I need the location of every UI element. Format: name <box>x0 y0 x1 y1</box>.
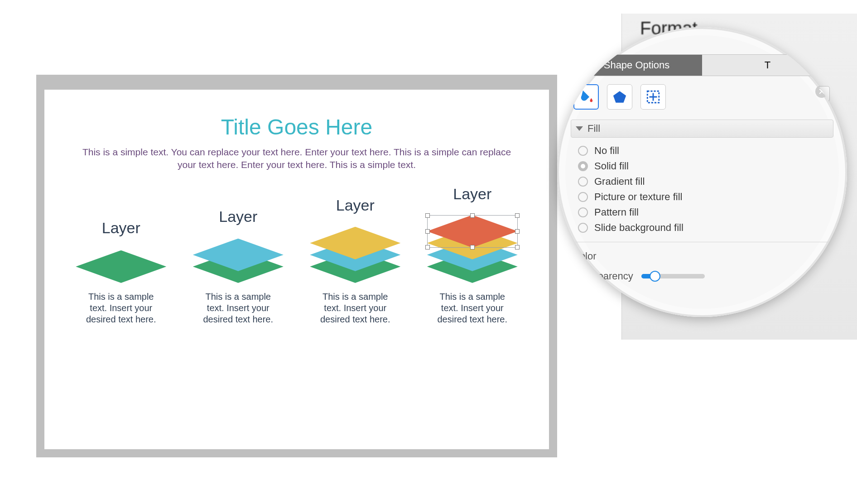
layer-label[interactable]: Layer <box>453 185 491 203</box>
transparency-label: Transparency <box>573 270 633 282</box>
layer-column-3: Layer This is a sample text. Insert your… <box>301 197 409 325</box>
tab-shape-options[interactable]: Shape Options <box>571 55 702 76</box>
slider-knob[interactable] <box>650 271 660 282</box>
slide-subtitle[interactable]: This is a simple text. You can replace y… <box>75 146 519 172</box>
color-label[interactable]: Color <box>573 250 832 262</box>
fill-line-icon[interactable] <box>573 84 599 110</box>
fill-options: No fill Solid fill Gradient fill Picture… <box>571 145 833 234</box>
effects-icon[interactable] <box>607 84 632 110</box>
radio-pattern-fill[interactable]: Pattern fill <box>578 206 833 218</box>
layer-caption[interactable]: This is a sample text. Insert your desir… <box>82 291 159 325</box>
diamond-shape[interactable] <box>76 250 166 283</box>
layers-row: Layer This is a sample text. Insert your… <box>63 185 531 325</box>
size-properties-icon[interactable] <box>640 84 666 110</box>
transparency-slider[interactable] <box>641 274 705 278</box>
fill-section-label: Fill <box>587 123 600 134</box>
transparency-row: Transparency <box>573 270 832 282</box>
layer-label[interactable]: Layer <box>102 219 140 237</box>
radio-picture-fill[interactable]: Picture or texture fill <box>578 191 833 203</box>
layer-column-2: Layer This is a sample text. Insert your… <box>184 208 293 325</box>
radio-solid-fill[interactable]: Solid fill <box>578 160 833 172</box>
radio-slide-bg-fill[interactable]: Slide background fill <box>578 222 833 234</box>
layer-label[interactable]: Layer <box>219 208 257 226</box>
layer-caption[interactable]: This is a sample text. Insert your desir… <box>434 291 511 325</box>
layer-caption[interactable]: This is a sample text. Insert your desir… <box>317 291 394 325</box>
layer-column-1: Layer This is a sample text. Insert your… <box>67 219 175 325</box>
layer-column-4: Layer <box>418 185 527 325</box>
radio-no-fill[interactable]: No fill <box>578 145 833 157</box>
radio-gradient-fill[interactable]: Gradient fill <box>578 176 833 187</box>
magnifier-lens: Shape Options T ✕ Fill No fill Solid f <box>557 27 847 317</box>
layer-label[interactable]: Layer <box>336 197 375 214</box>
fill-section-header[interactable]: Fill <box>571 120 833 138</box>
divider <box>573 242 832 242</box>
slide-title[interactable]: Title Goes Here <box>63 115 531 139</box>
disclosure-triangle-icon <box>576 126 583 131</box>
svg-marker-0 <box>613 91 626 103</box>
slide-canvas[interactable]: Title Goes Here This is a simple text. Y… <box>36 82 557 457</box>
format-category-icons <box>571 84 833 110</box>
layer-caption[interactable]: This is a sample text. Insert your desir… <box>200 291 277 325</box>
